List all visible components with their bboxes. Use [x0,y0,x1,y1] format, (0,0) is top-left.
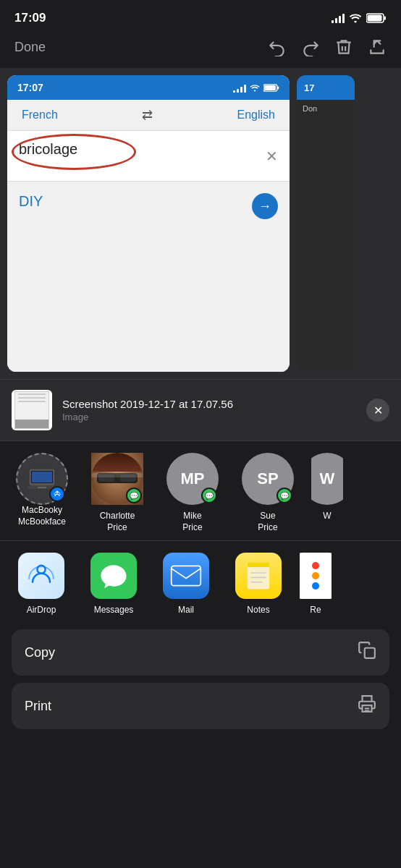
status-time: 17:09 [14,11,46,25]
contact-name-mike: MikePrice [182,511,202,533]
print-button[interactable]: Print [12,683,389,729]
contact-name-charlotte: CharlottePrice [100,511,135,533]
notes-app-label: Notes [247,605,269,615]
avatar-sue: SP 💬 [242,453,294,505]
translator-input-area: bricolage ✕ [7,131,290,182]
contact-item-sue[interactable]: SP 💬 SuePrice [236,453,300,533]
apps-row: AirDrop Messages Mail [0,541,401,622]
translator-result-text: DIY [19,193,43,210]
translate-go-button[interactable]: → [252,193,278,219]
airdrop-app-icon [18,553,64,599]
secondary-card: 17 Don [297,75,355,372]
source-lang[interactable]: French [22,109,58,122]
messages-badge-mike: 💬 [201,488,217,503]
mail-app-icon [163,553,209,599]
contact-item-macbooky[interactable]: MacBookyMcBookface [10,453,74,533]
svg-rect-2 [368,15,382,22]
svg-rect-4 [277,86,279,89]
status-bar: 17:09 [0,0,401,32]
print-label: Print [25,699,51,714]
toolbar: Done [0,32,401,68]
translator-signal-icon [233,82,246,93]
print-icon [358,694,376,718]
contact-name-macbooky: MacBookyMcBookface [18,505,66,527]
device-avatar-macbooky [16,453,68,505]
action-buttons: Copy Print [0,622,401,736]
translator-status-bar: 17:07 [7,75,290,100]
app-item-reminders[interactable]: Re [300,553,332,615]
svg-rect-10 [38,487,46,488]
initials-sue: SP [257,469,278,488]
share-button[interactable] [368,38,387,56]
contact-name-sue: SuePrice [258,511,277,533]
reminders-app-icon [300,553,332,599]
svg-rect-8 [32,472,52,482]
app-item-messages[interactable]: Messages [83,553,145,615]
signal-icon [332,13,345,23]
file-details: Screenshot 2019-12-17 at 17.07.56 Image [62,398,356,422]
app-item-mail[interactable]: Mail [155,553,217,615]
svg-rect-1 [384,17,387,20]
contacts-row: MacBookyMcBookface 💬 CharlottePrice [0,441,401,541]
contact-item-charlotte[interactable]: 💬 CharlottePrice [85,453,149,533]
translator-status-icons [233,82,279,93]
done-button[interactable]: Done [14,40,46,55]
redo-button[interactable] [301,38,320,56]
messages-app-label: Messages [94,605,134,615]
dismiss-button[interactable]: ✕ [366,399,389,422]
file-name: Screenshot 2019-12-17 at 17.07.56 [62,398,356,410]
avatar-charlotte: 💬 [91,453,143,505]
battery-icon [366,13,387,23]
avatar-wo: W [311,453,343,505]
secondary-card-done: Don [297,104,355,113]
svg-rect-16 [248,566,269,568]
wifi-icon [349,13,362,23]
initials-wo: W [320,469,335,488]
notes-app-icon [235,553,282,599]
translator-card: 17:07 French ⇄ E [7,75,290,372]
messages-app-icon [90,553,137,599]
contact-item-mike[interactable]: MP 💬 MikePrice [161,453,224,533]
copy-label: Copy [25,645,55,660]
preview-area: 17:07 French ⇄ E [0,68,401,379]
app-item-notes[interactable]: Notes [227,553,290,615]
clear-button[interactable]: ✕ [266,148,278,165]
mail-app-label: Mail [178,605,194,615]
secondary-card-time: 17 [304,82,314,93]
file-type: Image [62,412,356,422]
initials-mike: MP [181,469,205,488]
translator-wifi-icon [250,84,260,92]
svg-rect-13 [172,566,201,586]
contact-item-wo[interactable]: W W [311,453,343,533]
secondary-card-header: 17 [297,75,355,100]
translator-input-text: bricolage [19,141,77,157]
translator-header: French ⇄ English [7,100,290,131]
copy-icon [358,641,376,664]
translator-result-area: DIY → [7,182,290,372]
airdrop-app-label: AirDrop [27,605,56,615]
messages-badge-sue: 💬 [277,488,292,503]
copy-button[interactable]: Copy [12,629,389,676]
svg-rect-20 [365,648,375,658]
file-thumbnail [12,390,52,430]
app-item-airdrop[interactable]: AirDrop [10,553,72,615]
toolbar-actions [268,38,387,56]
airdrop-badge-icon [49,486,65,502]
avatar-mike: MP 💬 [166,453,219,505]
swap-icon[interactable]: ⇄ [142,107,153,123]
messages-badge-charlotte: 💬 [126,488,142,503]
contact-name-wo: W [323,511,331,522]
translator-time: 17:07 [17,82,43,93]
delete-button[interactable] [334,38,353,56]
status-icons [332,13,387,23]
reminders-app-label: Re [310,605,321,615]
undo-button[interactable] [268,38,287,56]
file-info-row: Screenshot 2019-12-17 at 17.07.56 Image … [0,379,401,441]
svg-rect-5 [264,85,276,90]
translator-battery-icon [263,84,279,92]
target-lang[interactable]: English [237,109,275,122]
